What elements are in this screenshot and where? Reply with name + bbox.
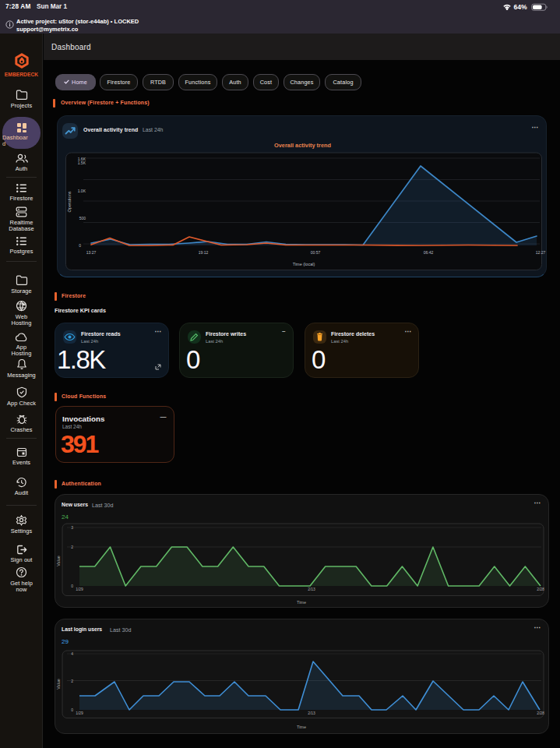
svg-text:0: 0 [71, 707, 73, 712]
svg-text:Time: Time [297, 600, 306, 605]
svg-text:2: 2 [71, 545, 73, 549]
svg-text:2/28: 2/28 [537, 587, 544, 591]
svg-text:3: 3 [71, 525, 73, 530]
svg-text:Value: Value [56, 679, 61, 690]
svg-text:Time (local): Time (local) [293, 262, 315, 266]
svg-text:0: 0 [79, 243, 81, 248]
svg-text:1/29: 1/29 [76, 587, 83, 591]
svg-text:12:27: 12:27 [536, 250, 546, 255]
svg-text:2: 2 [71, 679, 73, 683]
svg-text:13:27: 13:27 [86, 250, 97, 255]
svg-text:2/28: 2/28 [537, 711, 544, 715]
svg-text:1/29: 1/29 [76, 711, 83, 715]
svg-text:2/13: 2/13 [308, 587, 315, 591]
svg-text:06:42: 06:42 [424, 250, 434, 255]
svg-text:0: 0 [71, 584, 73, 588]
svg-text:1.0K: 1.0K [78, 189, 86, 193]
svg-text:Value: Value [56, 556, 61, 566]
svg-text:4: 4 [71, 651, 73, 656]
svg-text:Time: Time [297, 725, 306, 729]
svg-text:500: 500 [79, 216, 86, 221]
svg-text:1.5K: 1.5K [78, 161, 86, 165]
svg-text:Operations: Operations [67, 191, 72, 212]
svg-text:00:57: 00:57 [311, 250, 321, 255]
svg-text:2/13: 2/13 [308, 711, 315, 715]
svg-text:64%: 64% [514, 3, 528, 11]
svg-text:19:12: 19:12 [199, 250, 209, 255]
